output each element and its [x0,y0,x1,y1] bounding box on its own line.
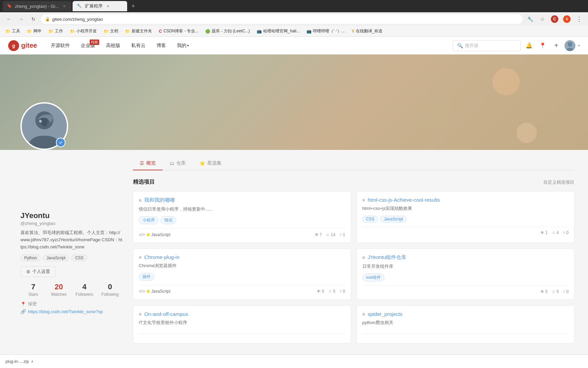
project-card-p6[interactable]: ≡ spider_projects python爬虫相关 [357,305,575,343]
logo-circle: g [8,40,19,51]
nav-cloud[interactable]: 私有云 [126,37,151,55]
project-icon-p6: ≡ [362,311,365,317]
back-button[interactable]: ← [4,14,14,24]
project-name-p4[interactable]: JYeontu组件仓库 [368,254,407,261]
repo-label: 仓库 [176,160,186,166]
location-icon[interactable]: 📍 [537,40,548,51]
tab-close-1[interactable]: ✕ [62,3,67,9]
tab-repository[interactable]: 🗂 仓库 [163,157,193,170]
project-icon-p4: ≡ [362,255,365,260]
project-name-p3[interactable]: Chrome-plug-in [144,254,179,260]
stars-p2: ☆ 4 [552,230,559,235]
menu-icon[interactable]: ⋮ [574,14,584,24]
tab-close-2[interactable]: ✕ [105,3,111,9]
tab-label-1: zheng_yongtao) - Gi... [15,4,59,9]
forward-button[interactable]: → [16,14,26,24]
blog-link[interactable]: https://blog.csdn.net/Twinkle_sone?sp [28,309,103,314]
fork-icon-p3: ⑂ [340,289,342,294]
nav-mine-label: 我的 [177,43,186,49]
address-input[interactable]: 🔒 gitee.com/zheng_yongtao [41,14,523,24]
profile-content: JYeontu @zheng_yongtao 喜欢算法、羽毛球的前端工程师。个人… [0,150,588,350]
tag-css: CSS [71,255,87,261]
stat-following[interactable]: 0 Following [97,282,123,297]
username: JYeontu [20,211,123,220]
star-icon-p4: ☆ [552,289,556,294]
project-card-p1[interactable]: ≡ 我和我的嘟嘟 情侣日常使用小程序，持续更新中...... 小程序 情侣 </… [133,191,351,243]
customize-action[interactable]: 自定义精选项目 [543,179,574,185]
refresh-button[interactable]: ↻ [29,14,38,24]
address-bar: ← → ↻ 🔒 gitee.com/zheng_yongtao 🔧 ☆ C V … [0,12,588,26]
bookmark-star-icon[interactable]: ☆ [538,14,547,24]
project-tag-0-0: 小程序 [139,216,159,224]
watches-label: Watches [46,292,72,297]
nav-opensource[interactable]: 开源软件 [45,37,75,55]
browser-actions: 🔧 ☆ C V ⋮ [525,14,584,24]
cover-background [0,55,588,150]
nav-enterprise[interactable]: 企业版 特惠 [75,37,101,55]
project-card-p2[interactable]: ≡ html-css-js-Achieve-cool-results html+… [357,191,575,243]
bookmark-docs[interactable]: 📁 文档 [101,28,121,35]
views-count-p2: 1 [545,230,548,235]
extensions-icon[interactable]: 🔧 [525,14,535,24]
project-header-p2: ≡ html-css-js-Achieve-cool-results [362,197,569,203]
stat-watches[interactable]: 20 Watches [46,282,72,297]
bookmark-leetcode[interactable]: 🟢 题库 - 力扣 (LeetC...) [202,28,253,35]
stars-count-p3: 5 [333,289,335,294]
bookmark-newfolder-label: 新建文件夹 [132,28,152,34]
verified-badge [56,138,65,147]
search-input[interactable]: 🔍 搜开源 [453,40,521,51]
bookmark-bilibili-label: 哔哩哔哩（' ·'）... [313,28,345,34]
bookmark-hali[interactable]: 📺 哈哩哈哩官网_hali... [254,28,302,35]
vivaldi-icon[interactable]: V [562,14,572,24]
profile-icon[interactable]: C [550,14,559,24]
nav-blog[interactable]: 博客 [151,37,171,55]
tab-inactive[interactable]: 🔖 zheng_yongtao) - Gi... ✕ [3,1,71,11]
project-lang-p3: </> JavaScript [139,289,170,294]
add-button[interactable]: + [551,40,562,51]
avatar-container [20,102,68,150]
special-badge: 特惠 [90,40,99,45]
project-card-p4[interactable]: ≡ JYeontu组件仓库 日常开发组件库 vue组件 👁 5 [357,248,575,300]
project-name-p2[interactable]: html-css-js-Achieve-cool-results [368,197,440,203]
nav-mine[interactable]: 我的 ▾ [171,37,194,55]
tab-active[interactable]: 🔧 扩展程序 ✕ [73,1,127,11]
tab-starred[interactable]: ⭐ 星选集 [193,157,228,170]
profile-sidebar: JYeontu @zheng_yongtao 喜欢算法、羽毛球的前端工程师。个人… [14,150,123,350]
nav-campus[interactable]: 高校版 [101,37,126,55]
stat-followers[interactable]: 4 Followers [72,282,97,297]
bookmark-job[interactable]: 📁 网申 [24,28,44,35]
bookmark-job-label: 网申 [33,28,42,34]
bookmark-newfolder[interactable]: 📁 新建文件夹 [122,28,155,35]
forks-p1: ⑂ 1 [340,232,345,237]
stat-stars[interactable]: 7 Stars [20,282,46,297]
project-card-p3[interactable]: ≡ Chrome-plug-in Chrome浏览器插件 插件 </> Java… [133,248,351,300]
new-tab-button[interactable]: + [129,1,138,11]
bookmark-tools[interactable]: 📁 工具 [3,28,23,35]
stars-label: Stars [20,292,46,297]
project-desc-p2: html+css+js实现炫酷效果 [362,205,569,212]
project-name-p5[interactable]: On-and-off-campus [144,311,188,317]
forks-p2: ⑂ 0 [563,230,569,235]
project-card-p5[interactable]: ≡ On-and-off-campus IT文化节校里校外小程序 [133,305,351,343]
user-avatar-header[interactable] [564,40,575,51]
project-name-p1[interactable]: 我和我的嘟嘟 [144,197,175,203]
nav-opensource-label: 开源软件 [51,43,70,49]
stars-count-p2: 4 [557,230,559,235]
bookmark-work[interactable]: 📁 工作 [46,28,66,35]
bookmark-bilibili[interactable]: 📺 哔哩哔哩（' ·'）... [304,28,347,35]
project-name-p6[interactable]: spider_projects [368,311,403,317]
svg-point-5 [39,120,42,123]
notification-bell-icon[interactable]: 🔔 [524,40,534,51]
bookmark-hali-icon: 📺 [257,29,262,34]
bookmark-miniapp[interactable]: 📁 小程序开发 [67,28,100,35]
bookmark-youdao[interactable]: Y 在线翻译_有道 [349,28,386,35]
project-tags-p1: 小程序 情侣 [139,216,345,224]
gitee-logo[interactable]: g gitee [8,40,37,51]
following-count: 0 [97,282,123,291]
followers-label: Followers [72,292,97,297]
bookmark-csdn[interactable]: C CSDN博客 - 专业... [156,28,201,35]
tab-overview[interactable]: ☰ 概览 [133,157,163,170]
views-count-p4: 5 [545,289,548,294]
settings-button[interactable]: ⚙ 个人设置 [20,266,56,277]
forks-count-p1: 1 [343,232,345,237]
